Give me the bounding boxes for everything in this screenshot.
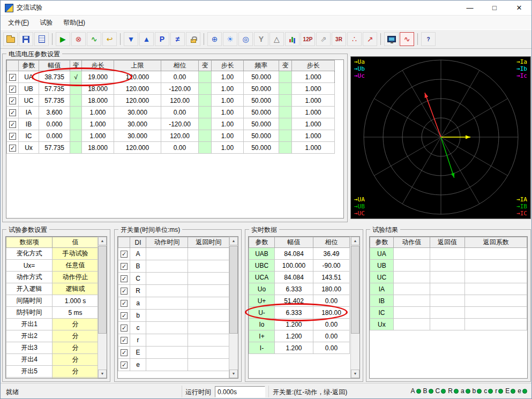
- param-value-cell[interactable]: 120.00: [161, 95, 199, 107]
- lock-icon[interactable]: [186, 32, 200, 46]
- tp-value-cell[interactable]: 任意值: [53, 260, 99, 272]
- realtime-scrollbar[interactable]: ▲ ▼: [350, 237, 359, 378]
- 3r-icon[interactable]: 3R: [332, 32, 346, 46]
- scroll-thumb[interactable]: [98, 246, 107, 334]
- checkbox-icon[interactable]: ✓: [9, 145, 16, 152]
- param-value-cell[interactable]: 3.600: [39, 107, 70, 118]
- param-value-cell[interactable]: 1.00: [212, 71, 244, 83]
- checkbox-icon[interactable]: ✓: [121, 300, 128, 307]
- open-folder-icon[interactable]: [3, 32, 18, 46]
- param-value-cell[interactable]: 50.000: [244, 95, 279, 107]
- param-value-cell[interactable]: [70, 95, 82, 107]
- param-value-cell[interactable]: 0.000: [39, 130, 70, 142]
- checkbox-icon[interactable]: ✓: [121, 288, 128, 295]
- param-value-cell[interactable]: 120.000: [114, 71, 161, 83]
- param-value-cell[interactable]: 1.00: [212, 107, 244, 118]
- param-value-cell[interactable]: 30.000: [114, 130, 161, 142]
- save-icon[interactable]: [19, 32, 33, 46]
- checkbox-icon[interactable]: ✓: [121, 362, 128, 368]
- param-value-cell[interactable]: [279, 142, 292, 154]
- target-icon[interactable]: ◎: [238, 32, 253, 46]
- param-value-cell[interactable]: [70, 107, 82, 118]
- param-name-cell[interactable]: UC: [19, 95, 39, 107]
- param-value-cell[interactable]: [70, 142, 82, 154]
- scroll-down-icon[interactable]: ▼: [229, 370, 238, 378]
- param-row-checkbox[interactable]: ✓: [7, 95, 19, 107]
- checkbox-icon[interactable]: ✓: [9, 97, 16, 104]
- param-value-cell[interactable]: [279, 130, 292, 142]
- switch-checkbox[interactable]: ✓: [118, 310, 130, 322]
- checkbox-icon[interactable]: ✓: [9, 74, 16, 81]
- param-value-cell[interactable]: 120.000: [114, 95, 161, 107]
- param-value-cell[interactable]: 50.000: [244, 83, 279, 95]
- scroll-up-icon[interactable]: ▲: [98, 237, 107, 245]
- param-value-cell[interactable]: 57.735: [39, 83, 70, 95]
- param-value-cell[interactable]: 120.00: [161, 130, 199, 142]
- param-value-cell[interactable]: [70, 83, 82, 95]
- param-row-checkbox[interactable]: ✓: [7, 130, 19, 142]
- param-name-cell[interactable]: Ux: [19, 142, 39, 154]
- tp-value-cell[interactable]: 动作停止: [53, 272, 99, 283]
- param-value-cell[interactable]: 0.00: [161, 107, 199, 118]
- param-value-cell[interactable]: 120.000: [114, 83, 161, 95]
- param-value-cell[interactable]: 1.000: [82, 107, 114, 118]
- param-value-cell[interactable]: -120.00: [161, 118, 199, 130]
- switch-checkbox[interactable]: ✓: [118, 297, 130, 310]
- param-value-cell[interactable]: [279, 71, 292, 83]
- zoom-icon[interactable]: ⊕: [207, 32, 222, 46]
- param-name-cell[interactable]: IA: [19, 107, 39, 118]
- checkbox-icon[interactable]: ✓: [9, 86, 16, 93]
- switch-checkbox[interactable]: ✓: [118, 260, 130, 273]
- param-value-cell[interactable]: 1.000: [292, 83, 335, 95]
- delta-connect-icon[interactable]: △: [269, 32, 284, 46]
- undo-icon[interactable]: ↩: [102, 32, 117, 46]
- param-value-cell[interactable]: 50.000: [244, 107, 279, 118]
- checkbox-icon[interactable]: ✓: [121, 349, 128, 356]
- param-value-cell[interactable]: 120.000: [114, 142, 161, 154]
- param-name-cell[interactable]: IC: [19, 130, 39, 142]
- param-value-cell[interactable]: [199, 142, 212, 154]
- checkbox-icon[interactable]: ✓: [9, 133, 16, 140]
- param-value-cell[interactable]: [70, 118, 82, 130]
- switch-scrollbar[interactable]: ▲ ▼: [229, 237, 238, 378]
- switch-checkbox[interactable]: ✓: [118, 359, 130, 371]
- maximize-button[interactable]: □: [482, 1, 507, 15]
- checkbox-icon[interactable]: ✓: [121, 263, 128, 270]
- param-value-cell[interactable]: 0.00: [161, 71, 199, 83]
- param-row-checkbox[interactable]: ✓: [7, 71, 19, 83]
- tp-value-cell[interactable]: 分: [53, 342, 99, 354]
- param-value-cell[interactable]: 1.00: [212, 130, 244, 142]
- trend-icon[interactable]: ↗: [363, 32, 377, 46]
- param-value-cell[interactable]: 50.000: [244, 118, 279, 130]
- param-value-cell[interactable]: 1.00: [212, 95, 244, 107]
- param-value-cell[interactable]: 1.000: [82, 118, 114, 130]
- menu-item-3[interactable]: 帮助(H): [58, 16, 91, 29]
- tp-value-cell[interactable]: 1.000 s: [53, 295, 99, 307]
- switch-checkbox[interactable]: ✓: [118, 285, 130, 297]
- scroll-up-icon[interactable]: ▲: [229, 237, 238, 245]
- switch-checkbox[interactable]: ✓: [118, 248, 130, 260]
- param-value-cell[interactable]: [199, 107, 212, 118]
- param-value-cell[interactable]: [279, 95, 292, 107]
- tp-value-cell[interactable]: 5 ms: [53, 307, 99, 319]
- tp-value-cell[interactable]: 分: [53, 319, 99, 330]
- param-value-cell[interactable]: [199, 83, 212, 95]
- param-value-cell[interactable]: 50.000: [244, 142, 279, 154]
- scroll-up-icon[interactable]: ▲: [351, 237, 359, 245]
- scroll-down-icon[interactable]: ▼: [351, 370, 359, 378]
- param-value-cell[interactable]: 50.000: [244, 130, 279, 142]
- checkbox-icon[interactable]: ✓: [121, 325, 128, 332]
- checkbox-icon[interactable]: ✓: [9, 121, 16, 128]
- param-name-cell[interactable]: IB: [19, 118, 39, 130]
- param-value-cell[interactable]: √: [70, 71, 82, 83]
- monitor-icon[interactable]: [384, 32, 399, 46]
- param-value-cell[interactable]: 1.000: [82, 130, 114, 142]
- param-value-cell[interactable]: 0.00: [161, 142, 199, 154]
- context-help-icon[interactable]: ?: [421, 32, 436, 46]
- 12p-icon[interactable]: 12P: [301, 32, 315, 46]
- scroll-thumb[interactable]: [351, 246, 359, 334]
- param-value-cell[interactable]: -120.00: [161, 83, 199, 95]
- param-row-checkbox[interactable]: ✓: [7, 118, 19, 130]
- checkbox-icon[interactable]: ✓: [121, 275, 128, 282]
- tp-value-cell[interactable]: 手动试验: [53, 248, 99, 260]
